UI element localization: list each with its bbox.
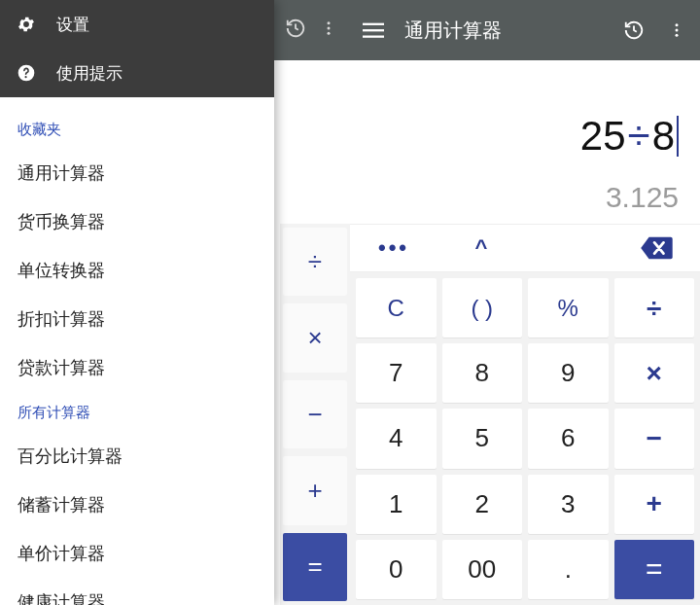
backspace-button[interactable] (612, 235, 700, 261)
bg-key-mul[interactable]: × (283, 303, 347, 372)
key-equals[interactable]: = (614, 540, 695, 599)
menu-icon[interactable] (362, 18, 385, 42)
history-icon[interactable] (285, 18, 306, 43)
key-3[interactable]: 3 (528, 475, 609, 534)
expression[interactable]: 25 ÷ 8 (580, 113, 679, 160)
calculator-screen: 通用计算器 25 ÷ 8 3.125 ••• ^ (350, 0, 700, 605)
svg-rect-6 (363, 29, 384, 31)
drawer-all-item[interactable]: 单价计算器 (18, 533, 257, 582)
left-screenshot-drawer-open: ÷ × − + = 设置 使用提示 (0, 0, 350, 605)
expr-operand-a: 25 (580, 113, 626, 160)
key-4[interactable]: 4 (356, 409, 437, 468)
history-icon[interactable] (622, 18, 646, 42)
appbar: 通用计算器 (350, 0, 700, 60)
help-icon (16, 63, 37, 83)
key-percent[interactable]: % (528, 278, 609, 338)
svg-rect-7 (363, 36, 384, 38)
drawer-all-item[interactable]: 健康计算器 (18, 582, 257, 605)
key-6[interactable]: 6 (528, 409, 609, 468)
bg-key-div[interactable]: ÷ (283, 228, 347, 296)
function-row: ••• ^ (350, 224, 700, 272)
svg-point-8 (676, 23, 679, 26)
drawer-section-favorites: 收藏夹 (18, 121, 257, 139)
nav-drawer: 设置 使用提示 收藏夹 通用计算器 货币换算器 单位转换器 折扣计算器 贷款计算… (0, 0, 274, 605)
svg-point-0 (328, 21, 331, 24)
more-functions-button[interactable]: ••• (350, 235, 438, 261)
bg-key-add[interactable]: + (283, 456, 347, 524)
bg-key-sub[interactable]: − (283, 380, 347, 448)
key-paren[interactable]: ( ) (442, 278, 523, 338)
key-7[interactable]: 7 (356, 343, 437, 403)
svg-point-10 (676, 34, 679, 37)
drawer-fav-item[interactable]: 货币换算器 (18, 201, 257, 250)
key-clear[interactable]: C (356, 278, 437, 338)
result: 3.125 (606, 181, 679, 214)
key-8[interactable]: 8 (442, 343, 523, 403)
drawer-settings-label: 设置 (56, 14, 89, 36)
key-2[interactable]: 2 (442, 475, 523, 534)
drawer-tips[interactable]: 使用提示 (0, 49, 274, 97)
expr-operand-b: 8 (652, 113, 675, 160)
key-divide[interactable]: ÷ (614, 278, 695, 338)
svg-point-4 (25, 76, 27, 78)
drawer-fav-item[interactable]: 贷款计算器 (18, 347, 257, 396)
cursor (677, 116, 679, 157)
key-add[interactable]: + (614, 475, 695, 534)
drawer-all-item[interactable]: 储蓄计算器 (18, 484, 257, 533)
backspace-icon (639, 235, 674, 261)
key-dot[interactable]: . (528, 540, 609, 599)
key-multiply[interactable]: × (614, 343, 695, 403)
key-9[interactable]: 9 (528, 343, 609, 403)
drawer-section-all: 所有计算器 (18, 404, 257, 422)
more-icon[interactable] (665, 18, 688, 42)
svg-point-1 (328, 27, 331, 30)
drawer-tips-label: 使用提示 (56, 62, 122, 85)
key-00[interactable]: 00 (442, 540, 523, 599)
more-icon[interactable] (320, 19, 337, 41)
key-subtract[interactable]: − (614, 409, 695, 468)
drawer-all-item[interactable]: 百分比计算器 (18, 436, 257, 484)
key-1[interactable]: 1 (356, 475, 437, 534)
display: 25 ÷ 8 3.125 (350, 60, 700, 224)
svg-rect-5 (363, 23, 384, 25)
svg-point-9 (676, 29, 679, 32)
svg-point-2 (328, 32, 331, 35)
app-title: 通用计算器 (404, 18, 603, 44)
key-0[interactable]: 0 (356, 540, 437, 599)
keypad: C ( ) % ÷ 7 8 9 × 4 5 6 − 1 2 3 + 0 00 .… (350, 272, 700, 605)
drawer-settings[interactable]: 设置 (0, 0, 274, 49)
drawer-fav-item[interactable]: 折扣计算器 (18, 299, 257, 347)
caret-button[interactable]: ^ (438, 235, 525, 261)
bg-key-eq[interactable]: = (283, 533, 347, 601)
drawer-fav-item[interactable]: 单位转换器 (18, 250, 257, 299)
expr-operator: ÷ (628, 113, 650, 160)
gear-icon (16, 15, 37, 34)
key-5[interactable]: 5 (442, 409, 523, 468)
drawer-fav-item[interactable]: 通用计算器 (18, 153, 257, 201)
